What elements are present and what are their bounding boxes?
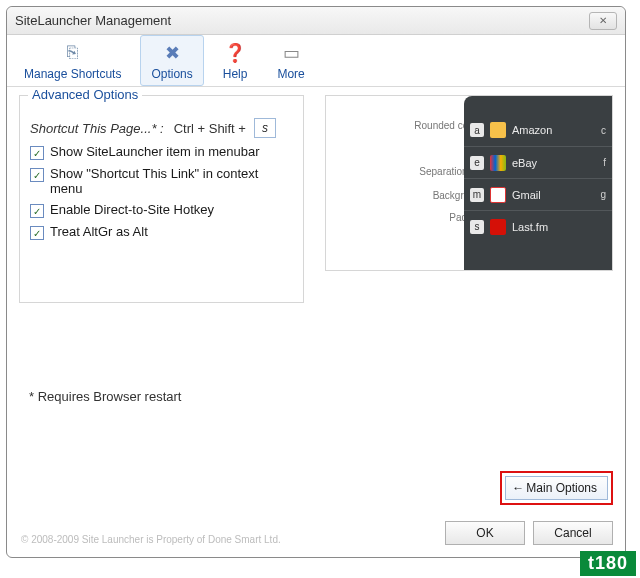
site-icon [490,122,506,138]
preview-row: a Amazon c [464,114,612,146]
dialog-window: SiteLauncher Management ✕ ⎘ Manage Short… [6,6,626,558]
more-icon: ▭ [279,41,303,65]
site-icon [490,155,506,171]
advanced-options-group: Advanced Options Shortcut This Page...* … [19,95,304,303]
content-area: Advanced Options Shortcut This Page...* … [7,87,625,557]
toolbar-more[interactable]: ▭ More [266,35,315,86]
key-badge: e [470,156,484,170]
checkbox-icon: ✓ [30,204,44,218]
titlebar: SiteLauncher Management ✕ [7,7,625,35]
shortcut-this-page-row: Shortcut This Page...* : Ctrl + Shift + … [30,118,293,138]
group-legend: Advanced Options [28,87,142,102]
toolbar-manage-shortcuts[interactable]: ⎘ Manage Shortcuts [13,35,132,86]
preview-row: s Last.fm [464,210,612,242]
close-icon: ✕ [599,15,607,26]
checkbox-row-altgr[interactable]: ✓ Treat AltGr as Alt [30,224,293,240]
preview-row: m Gmail g [464,178,612,210]
ok-button[interactable]: OK [445,521,525,545]
preview-row: e eBay f [464,146,612,178]
checkbox-icon: ✓ [30,226,44,240]
options-icon: ✖ [160,41,184,65]
preview-panel: Rounded corner Text Separation line Back… [325,95,613,271]
key-badge: s [470,220,484,234]
checkbox-row-menubar[interactable]: ✓ Show SiteLauncher item in menubar [30,144,293,160]
shortcut-label: Shortcut This Page...* : [30,121,164,136]
main-options-button[interactable]: ← Main Options [505,476,608,500]
launcher-preview: a Amazon c e eBay f m Gmail g [464,96,612,271]
main-options-highlight: ← Main Options [500,471,613,505]
shortcut-key-input[interactable]: s [254,118,276,138]
restart-note: * Requires Browser restart [29,389,181,404]
cancel-button[interactable]: Cancel [533,521,613,545]
shortcut-modifier: Ctrl + Shift + [174,121,246,136]
checkbox-row-context-menu[interactable]: ✓ Show "Shortcut This Link" in context m… [30,166,293,196]
toolbar: ⎘ Manage Shortcuts ✖ Options ❓ Help ▭ Mo… [7,35,625,87]
site-icon [490,187,506,203]
key-badge: a [470,123,484,137]
checkbox-icon: ✓ [30,146,44,160]
site-icon [490,219,506,235]
window-title: SiteLauncher Management [15,13,589,28]
watermark: t180 [580,551,636,576]
shortcut-icon: ⎘ [61,41,85,65]
toolbar-options[interactable]: ✖ Options [140,35,203,86]
toolbar-help[interactable]: ❓ Help [212,35,259,86]
dialog-buttons: OK Cancel [445,521,613,545]
bottom-area: ← Main Options OK Cancel © 2008-2009 Sit… [7,467,625,557]
help-icon: ❓ [223,41,247,65]
copyright-text: © 2008-2009 Site Launcher is Property of… [21,534,281,545]
key-badge: m [470,188,484,202]
checkbox-icon: ✓ [30,168,44,182]
close-button[interactable]: ✕ [589,12,617,30]
checkbox-row-direct-hotkey[interactable]: ✓ Enable Direct-to-Site Hotkey [30,202,293,218]
arrow-left-icon: ← [512,481,524,495]
